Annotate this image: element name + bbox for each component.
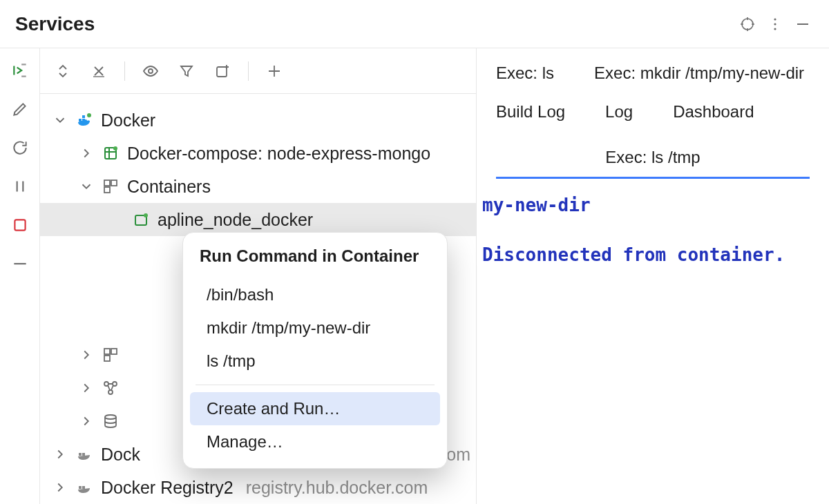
menu-item-bash[interactable]: /bin/bash (190, 278, 440, 311)
panel-title: Services (15, 13, 95, 35)
svg-rect-13 (104, 180, 110, 186)
tree-label: apline_node_docker (158, 210, 313, 230)
add-icon[interactable] (264, 61, 285, 81)
run-icon[interactable] (9, 59, 31, 81)
tree-item-docker[interactable]: Docker (40, 104, 476, 137)
new-panel-icon[interactable] (212, 61, 233, 81)
chevron-right-icon (53, 447, 68, 462)
divider-icon (9, 253, 31, 275)
chevron-right-icon (79, 146, 94, 161)
svg-point-3 (774, 28, 776, 30)
tab-exec-ls-tmp[interactable]: Exec: ls /tmp (605, 144, 700, 177)
tree-label: Containers (127, 177, 211, 197)
stop-icon[interactable] (9, 214, 31, 236)
svg-rect-6 (217, 67, 227, 77)
svg-point-23 (108, 390, 113, 394)
chevron-down-icon (79, 179, 94, 194)
show-icon[interactable] (140, 61, 161, 81)
target-icon[interactable] (734, 10, 761, 38)
console-line: Disconnected from container. (482, 241, 829, 269)
expand-collapse-icon[interactable] (53, 61, 73, 81)
volumes-icon (101, 413, 120, 429)
pause-icon[interactable] (9, 175, 31, 197)
refresh-icon[interactable] (9, 137, 31, 159)
context-menu: Run Command in Container /bin/bash mkdir… (182, 232, 448, 469)
menu-item-ls[interactable]: ls /tmp (190, 345, 440, 378)
docker-registry-icon (75, 446, 94, 463)
console-line: my-new-dir (482, 191, 829, 219)
tree-label: Docker (101, 110, 155, 130)
svg-point-17 (144, 213, 148, 217)
docker-registry-icon (75, 479, 94, 496)
edit-icon[interactable] (9, 98, 31, 120)
filter-icon[interactable] (176, 61, 197, 81)
container-icon (131, 211, 151, 228)
chevron-right-icon (79, 347, 94, 362)
chevron-right-icon (79, 414, 94, 429)
svg-rect-28 (82, 486, 85, 489)
svg-rect-9 (82, 115, 85, 118)
more-icon[interactable] (761, 10, 789, 38)
containers-icon (101, 178, 120, 195)
menu-item-create-run[interactable]: Create and Run… (190, 392, 440, 425)
svg-rect-15 (104, 187, 110, 193)
tab-build-log[interactable]: Build Log (496, 98, 565, 130)
svg-rect-20 (104, 356, 110, 361)
minimize-icon[interactable] (789, 10, 817, 38)
menu-item-mkdir[interactable]: mkdir /tmp/my-new-dir (190, 311, 440, 345)
svg-rect-19 (111, 349, 117, 354)
svg-point-5 (149, 69, 153, 73)
menu-separator (196, 385, 435, 385)
svg-rect-4 (15, 220, 25, 230)
console-output: my-new-dir Disconnected from container. (477, 179, 829, 269)
tab-dashboard[interactable]: Dashboard (673, 98, 754, 130)
chevron-down-icon (53, 113, 68, 128)
docker-icon (75, 112, 94, 128)
tab-log[interactable]: Log (605, 98, 633, 130)
close-all-icon[interactable] (88, 61, 109, 81)
tree-label: Dock (101, 445, 140, 465)
svg-point-10 (87, 113, 91, 117)
tree-label: Docker-compose: node-express-mongo (127, 144, 430, 164)
tree-item-compose[interactable]: Docker-compose: node-express-mongo (40, 137, 476, 170)
menu-item-manage[interactable]: Manage… (190, 425, 440, 458)
network-icon (101, 380, 120, 396)
tab-exec-mkdir[interactable]: Exec: mkdir /tmp/my-new-dir (594, 59, 804, 91)
svg-rect-18 (104, 349, 110, 354)
tree-item-containers[interactable]: Containers (40, 170, 476, 203)
svg-rect-27 (79, 486, 82, 489)
tree-item-registry[interactable]: Docker Registry2 registry.hub.docker.com (40, 471, 476, 504)
svg-rect-25 (79, 453, 82, 456)
group-icon (101, 347, 120, 363)
menu-title: Run Command in Container (183, 244, 447, 278)
svg-point-12 (113, 146, 117, 151)
chevron-right-icon (79, 380, 94, 396)
chevron-right-icon (53, 480, 68, 495)
tree-item-container[interactable]: apline_node_docker (40, 203, 476, 236)
tab-exec-ls[interactable]: Exec: ls (496, 59, 554, 91)
svg-point-1 (774, 18, 776, 20)
compose-icon (101, 145, 120, 162)
svg-rect-7 (79, 119, 82, 122)
svg-rect-26 (82, 453, 85, 456)
exec-tabs: Exec: ls Exec: mkdir /tmp/my-new-dir Bui… (477, 48, 829, 179)
svg-point-24 (105, 415, 116, 419)
svg-rect-14 (111, 180, 117, 186)
registry-url: registry.hub.docker.com (246, 478, 428, 498)
tree-label: Docker Registry2 (101, 478, 234, 498)
svg-point-0 (742, 19, 753, 30)
svg-point-2 (774, 23, 776, 25)
